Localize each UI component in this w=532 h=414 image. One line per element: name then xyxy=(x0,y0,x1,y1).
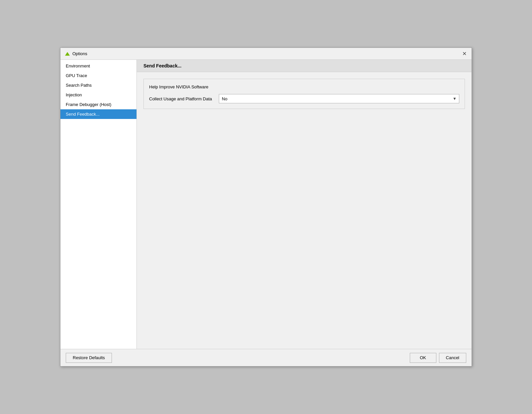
content-header-title: Send Feedback... xyxy=(143,63,181,68)
svg-marker-0 xyxy=(65,52,70,55)
sidebar: Environment GPU Trace Search Paths Injec… xyxy=(60,60,137,349)
nvidia-logo-icon xyxy=(64,51,70,57)
collect-usage-dropdown[interactable]: No Yes xyxy=(219,94,459,103)
close-button[interactable]: ✕ xyxy=(461,51,468,57)
window-footer: Restore Defaults OK Cancel xyxy=(60,349,472,366)
title-bar: Options ✕ xyxy=(60,48,472,60)
cancel-button[interactable]: Cancel xyxy=(439,353,466,363)
options-window: Options ✕ Environment GPU Trace Search P… xyxy=(60,48,472,366)
sidebar-item-search-paths[interactable]: Search Paths xyxy=(60,80,136,90)
dropdown-wrapper: No Yes ▼ xyxy=(219,94,459,103)
sidebar-item-injection[interactable]: Injection xyxy=(60,90,136,100)
restore-defaults-button[interactable]: Restore Defaults xyxy=(66,353,112,363)
section-title: Help Improve NVIDIA Software xyxy=(149,84,459,89)
window-title: Options xyxy=(72,51,87,56)
content-body: Help Improve NVIDIA Software Collect Usa… xyxy=(137,72,472,349)
sidebar-item-send-feedback[interactable]: Send Feedback... xyxy=(60,109,136,119)
form-row: Collect Usage and Platform Data No Yes ▼ xyxy=(149,94,459,103)
window-body: Environment GPU Trace Search Paths Injec… xyxy=(60,60,472,349)
main-content: Send Feedback... Help Improve NVIDIA Sof… xyxy=(137,60,472,349)
title-bar-left: Options xyxy=(64,51,87,57)
form-label: Collect Usage and Platform Data xyxy=(149,96,216,101)
content-header: Send Feedback... xyxy=(137,60,472,72)
section-panel: Help Improve NVIDIA Software Collect Usa… xyxy=(143,79,465,109)
ok-button[interactable]: OK xyxy=(410,353,436,363)
footer-right: OK Cancel xyxy=(410,353,466,363)
sidebar-list: Environment GPU Trace Search Paths Injec… xyxy=(60,60,136,349)
sidebar-item-gpu-trace[interactable]: GPU Trace xyxy=(60,71,136,80)
sidebar-item-environment[interactable]: Environment xyxy=(60,61,136,71)
sidebar-item-frame-debugger[interactable]: Frame Debugger (Host) xyxy=(60,100,136,109)
